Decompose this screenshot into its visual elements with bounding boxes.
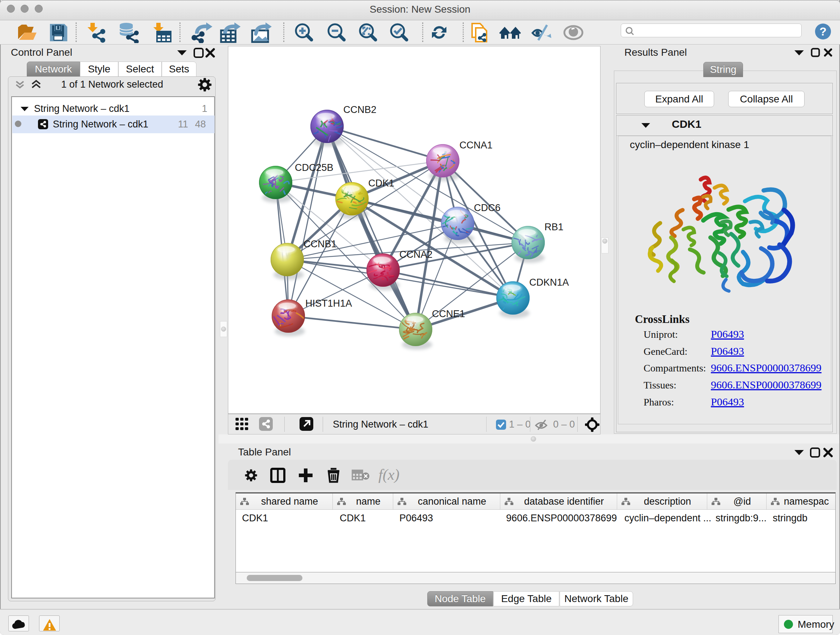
svg-text:CDC6: CDC6 (474, 203, 501, 213)
svg-text:CCNA2: CCNA2 (399, 249, 433, 260)
svg-text:RB1: RB1 (545, 222, 564, 233)
svg-text:CDKN1A: CDKN1A (529, 277, 569, 288)
svg-text:CCNE1: CCNE1 (432, 309, 465, 319)
svg-text:CDK1: CDK1 (368, 178, 394, 188)
svg-text:HIST1H1A: HIST1H1A (305, 298, 352, 309)
svg-text:CCNA1: CCNA1 (459, 140, 493, 150)
svg-text:CCNB1: CCNB1 (303, 239, 337, 249)
svg-text:CCNB2: CCNB2 (343, 104, 377, 115)
svg-text:CDC25B: CDC25B (295, 162, 333, 173)
svg-text:?: ? (819, 25, 827, 38)
